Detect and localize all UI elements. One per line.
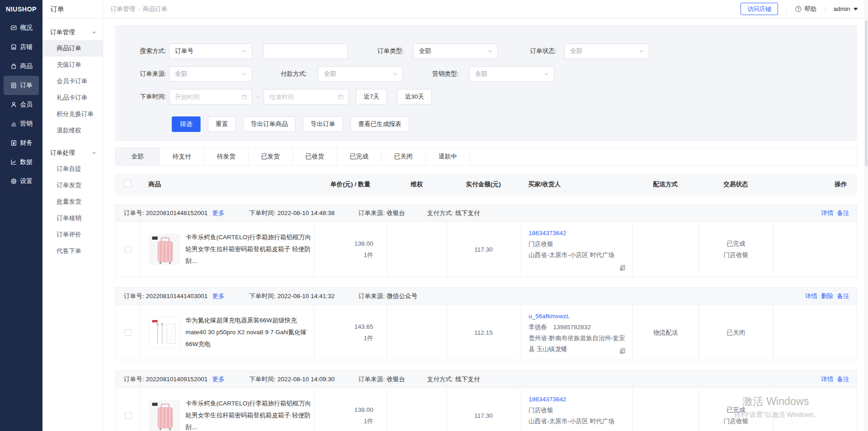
nav-item-settings[interactable]: 设置 [4, 172, 39, 191]
submenu-item-order-shipping[interactable]: 订单发货 [42, 177, 103, 194]
nav-item-data[interactable]: 数据 [4, 152, 39, 172]
export-order-goods-button[interactable]: 导出订单商品 [243, 116, 296, 132]
help-icon [795, 5, 802, 12]
pay-type-select[interactable]: 全部 [318, 66, 403, 82]
nav-item-marketing[interactable]: 营销 [4, 114, 39, 133]
scrollbar-thumb[interactable] [865, 20, 868, 166]
remark-link[interactable]: 备注 [837, 375, 849, 384]
submenu-item-order-pickup[interactable]: 订单自提 [42, 161, 103, 177]
tab-refunding[interactable]: 退款中 [426, 148, 470, 165]
end-date-input[interactable] [264, 89, 349, 105]
submenu-item-refund-rights[interactable]: 退款维权 [42, 122, 103, 139]
order-time: 2022-08-10 14:09:30 [277, 376, 334, 383]
buyer-account-link[interactable]: 18634373642 [529, 394, 626, 405]
calendar-icon[interactable] [338, 94, 344, 100]
order-group-header: 订单号: 202208101409152001 更多 下单时间:2022-08-… [116, 371, 857, 388]
order-status-select[interactable]: 全部 [564, 43, 649, 59]
submenu-item-batch-shipping[interactable]: 批量发货 [42, 194, 103, 210]
order-type-select[interactable]: 全部 [413, 43, 498, 59]
filter-button[interactable]: 筛选 [172, 116, 201, 132]
order-source: 收银台 [386, 376, 405, 383]
calendar-icon[interactable] [242, 94, 247, 100]
submenu-item-member-card-orders[interactable]: 会员卡订单 [42, 73, 103, 89]
submenu-item-gift-card-orders[interactable]: 礼品卡订单 [42, 89, 103, 106]
buyer-address: 山西省-太原市-小店区 时代广场 [529, 250, 626, 261]
row-checkbox[interactable] [125, 412, 132, 419]
delete-link[interactable]: 删除 [821, 292, 833, 300]
view-reports-button[interactable]: 查看已生成报表 [350, 116, 409, 132]
visit-shop-button[interactable]: 访问店铺 [741, 3, 778, 15]
buyer-name: 李德春 13985782832 [529, 322, 626, 333]
search-mode-select[interactable]: 订单号 [169, 43, 252, 59]
nav-item-orders[interactable]: 订单 [4, 76, 39, 95]
tab-pending-payment[interactable]: 待支付 [160, 148, 204, 165]
tab-closed[interactable]: 已关闭 [381, 148, 426, 165]
detail-link[interactable]: 详情 [821, 375, 833, 384]
last-30-days-button[interactable]: 近30天 [397, 89, 432, 105]
buyer-account-link[interactable]: 18634373642 [529, 228, 626, 239]
start-date-field[interactable] [175, 94, 230, 100]
more-link[interactable]: 更多 [212, 375, 224, 384]
submenu-group-order-management[interactable]: 订单管理 [42, 25, 103, 40]
submenu-item-agent-order[interactable]: 代客下单 [42, 243, 103, 259]
user-menu[interactable]: admin [833, 5, 858, 12]
overview-icon [10, 24, 17, 32]
more-link[interactable]: 更多 [212, 292, 224, 300]
last-7-days-button[interactable]: 近7天 [356, 89, 387, 105]
help-link[interactable]: 帮助 [795, 5, 816, 13]
product-image [149, 234, 180, 265]
start-date-input[interactable] [169, 89, 252, 105]
submenu-title: 订单 [42, 0, 103, 18]
tab-completed[interactable]: 已完成 [337, 148, 381, 165]
order-row: 卡帝乐鳄鱼(CARTELO)行李箱旅行箱铝框万向轮男女学生拉杆箱密码箱登机箱皮箱… [116, 388, 857, 431]
breadcrumb: 订单管理-商品订单 [111, 5, 170, 13]
tab-to-ship[interactable]: 待发货 [204, 148, 249, 165]
export-orders-button[interactable]: 导出订单 [303, 116, 343, 132]
nav-item-members[interactable]: 会员 [4, 95, 39, 114]
chevron-down-icon [92, 151, 96, 155]
buyer-account-link[interactable]: u_56afkmvwzL [529, 311, 626, 322]
product-image [149, 317, 180, 348]
product-price: 138.00 [355, 238, 373, 249]
submenu-item-order-review[interactable]: 订单评价 [42, 226, 103, 243]
submenu-item-goods-orders[interactable]: 商品订单 [42, 40, 103, 57]
trade-status-cell: 已完成 门店收银 [699, 388, 773, 431]
buyer-address: 山西省-太原市-小店区 时代广场 [529, 416, 626, 427]
detail-link[interactable]: 详情 [805, 292, 817, 300]
submenu-group-order-processing[interactable]: 订单处理 [42, 145, 103, 161]
buyer-cell: 18634373642 门店收银 山西省-太原市-小店区 时代广场 [520, 222, 633, 277]
members-icon [10, 101, 17, 108]
nav-item-finance[interactable]: 财务 [4, 133, 39, 152]
submenu-item-points-orders[interactable]: 积分兑换订单 [42, 106, 103, 122]
tab-shipped[interactable]: 已发货 [249, 148, 293, 165]
select-all-checkbox[interactable] [124, 180, 131, 187]
nav-item-shop[interactable]: 店铺 [4, 37, 39, 57]
product-image [149, 400, 180, 431]
order-source-select[interactable]: 全部 [169, 66, 252, 82]
end-date-field[interactable] [270, 94, 324, 100]
row-checkbox[interactable] [125, 246, 132, 253]
finance-icon [10, 139, 17, 147]
nav-item-goods[interactable]: 商品 [4, 57, 39, 76]
goods-icon [10, 63, 17, 70]
copy-address-icon[interactable] [619, 264, 626, 271]
shop-icon [10, 43, 17, 51]
product-price: 143.65 [355, 321, 373, 332]
order-group-header: 订单号: 202208101441403001 更多 下单时间:2022-08-… [116, 288, 857, 305]
more-link[interactable]: 更多 [212, 209, 224, 217]
submenu-item-order-writeoff[interactable]: 订单核销 [42, 210, 103, 226]
scrollbar-track[interactable] [864, 0, 868, 431]
remark-link[interactable]: 备注 [837, 292, 849, 300]
tab-received[interactable]: 已收货 [293, 148, 337, 165]
reset-button[interactable]: 重置 [208, 116, 236, 132]
keyword-input[interactable] [263, 43, 348, 59]
nav-item-overview[interactable]: 概况 [4, 18, 39, 37]
marketing-type-select[interactable]: 全部 [469, 66, 554, 82]
submenu-item-recharge-orders[interactable]: 充值订单 [42, 57, 103, 73]
row-checkbox[interactable] [125, 329, 132, 336]
remark-link[interactable]: 备注 [837, 209, 849, 217]
copy-address-icon[interactable] [619, 347, 626, 354]
order-source: 微信公众号 [386, 293, 418, 300]
tab-all[interactable]: 全部 [116, 148, 160, 165]
detail-link[interactable]: 详情 [821, 209, 833, 217]
